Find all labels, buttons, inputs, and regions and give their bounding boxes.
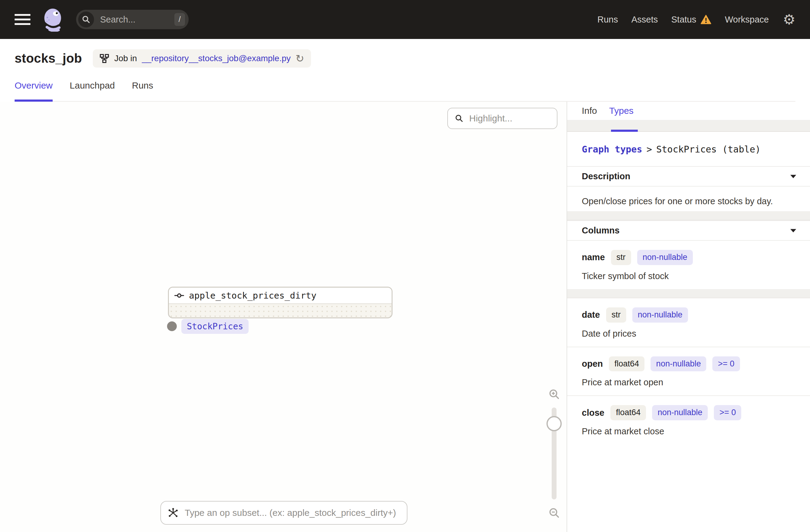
breadcrumb-current: StockPrices (table) (656, 144, 761, 155)
columns-section-title: Columns (582, 226, 619, 236)
side-panel: Info Types Graph types > StockPrices (ta… (567, 102, 810, 532)
panel-tab-active-underline (611, 130, 638, 132)
column-name: close (582, 408, 604, 418)
columns-section-header[interactable]: Columns (567, 220, 810, 241)
zoom-out-icon[interactable] (548, 507, 560, 519)
page-header: stocks_job Job in __repository__stocks_j… (0, 39, 810, 102)
reload-icon[interactable]: ↻ (295, 53, 304, 64)
output-port (167, 321, 177, 331)
op-selector-icon (168, 507, 179, 518)
section-divider-band (567, 211, 810, 220)
op-subset-filter[interactable] (160, 501, 407, 525)
op-node-name: apple_stock_prices_dirty (189, 290, 317, 301)
column-constraint-tag: non-nullable (651, 356, 706, 372)
column-name: date (582, 310, 600, 320)
description-section-header[interactable]: Description (567, 166, 810, 187)
row-divider-band (567, 289, 810, 298)
gear-icon[interactable]: ⚙ (783, 13, 795, 27)
breadcrumb-link-graph-types[interactable]: Graph types (582, 144, 642, 155)
column-row: date str non-nullable (582, 307, 795, 323)
tab-launchpad[interactable]: Launchpad (70, 80, 115, 101)
panel-tab-types[interactable]: Types (609, 106, 633, 116)
title-row: stocks_job Job in __repository__stocks_j… (15, 49, 795, 68)
column-constraint-tag: >= 0 (714, 405, 741, 420)
output-type-tag[interactable]: StockPrices (181, 319, 248, 334)
job-origin-link[interactable]: __repository__stocks_job@example.py (142, 53, 291, 63)
panel-tab-info[interactable]: Info (582, 106, 597, 116)
slash-shortcut-key: / (174, 13, 185, 26)
panel-tabs: Info Types (567, 102, 810, 120)
column-description: Price at market close (582, 426, 795, 436)
column-type-tag: float64 (610, 405, 646, 420)
column-constraint-tag: >= 0 (712, 356, 740, 372)
job-origin-badge: Job in __repository__stocks_job@example.… (93, 49, 311, 68)
column-type-tag: float64 (609, 356, 645, 372)
chevron-down-icon (790, 229, 797, 233)
page-tabs: Overview Launchpad Runs (15, 80, 795, 102)
zoom-in-icon[interactable] (548, 388, 560, 400)
nav-link-status-label: Status (671, 15, 696, 25)
nav-link-workspace[interactable]: Workspace (725, 15, 769, 25)
op-icon (174, 293, 184, 298)
column-name: open (582, 359, 603, 369)
description-section-title: Description (582, 171, 631, 181)
dagster-logo[interactable] (41, 7, 65, 32)
column-constraint-tag: non-nullable (652, 405, 708, 420)
top-nav: / Runs Assets Status Workspace ⚙ (0, 0, 810, 39)
column-row: open float64 non-nullable >= 0 (582, 356, 795, 372)
app-root: / Runs Assets Status Workspace ⚙ stocks_… (0, 0, 810, 532)
search-input[interactable] (99, 14, 174, 25)
hamburger-menu-icon[interactable] (15, 14, 30, 25)
column-constraint-tag: non-nullable (632, 307, 688, 323)
column-entry-date: date str non-nullable Date of prices (567, 298, 810, 347)
nav-link-assets[interactable]: Assets (631, 15, 658, 25)
nav-link-runs[interactable]: Runs (597, 15, 618, 25)
job-origin-prefix: Job in (114, 53, 137, 63)
column-description: Price at market open (582, 377, 795, 387)
tab-overview[interactable]: Overview (15, 80, 53, 102)
job-graph-icon (99, 53, 109, 63)
column-entry-name: name str non-nullable Ticker symbol of s… (567, 241, 810, 289)
nav-link-status[interactable]: Status (671, 15, 711, 25)
op-subset-input[interactable] (184, 507, 400, 518)
column-description: Date of prices (582, 329, 795, 339)
zoom-slider-handle[interactable] (547, 416, 562, 431)
column-description: Ticker symbol of stock (582, 271, 795, 281)
octopus-logo-icon (41, 7, 65, 32)
page-title: stocks_job (15, 51, 82, 66)
search-icon (455, 114, 464, 123)
highlight-search[interactable] (447, 108, 557, 129)
main-area: apple_stock_prices_dirty StockPrices (0, 102, 810, 532)
global-search[interactable]: / (76, 10, 189, 29)
column-type-tag: str (606, 307, 626, 323)
tab-runs[interactable]: Runs (132, 80, 153, 101)
panel-tabs-band (567, 120, 810, 132)
op-node-body (169, 304, 392, 318)
column-entry-close: close float64 non-nullable >= 0 Price at… (567, 396, 810, 444)
column-constraint-tag: non-nullable (637, 250, 693, 265)
op-node[interactable]: apple_stock_prices_dirty (168, 287, 392, 318)
op-node-title: apple_stock_prices_dirty (169, 288, 392, 304)
chevron-down-icon (790, 174, 797, 179)
description-text: Open/close prices for one or more stocks… (567, 187, 810, 211)
column-type-tag: str (611, 250, 631, 265)
column-entry-open: open float64 non-nullable >= 0 Price at … (567, 347, 810, 396)
search-icon (78, 12, 94, 27)
column-row: name str non-nullable (582, 250, 795, 265)
panel-tabs-wrap: Info Types (567, 102, 810, 132)
highlight-input[interactable] (469, 113, 550, 124)
column-row: close float64 non-nullable >= 0 (582, 405, 795, 420)
graph-canvas[interactable]: apple_stock_prices_dirty StockPrices (0, 102, 567, 532)
nav-links: Runs Assets Status Workspace (597, 15, 768, 25)
zoom-controls (544, 388, 564, 519)
warning-icon (700, 15, 711, 25)
column-name: name (582, 252, 605, 262)
breadcrumb-separator: > (647, 144, 652, 155)
zoom-slider[interactable] (552, 407, 556, 499)
breadcrumb: Graph types > StockPrices (table) (567, 132, 810, 166)
